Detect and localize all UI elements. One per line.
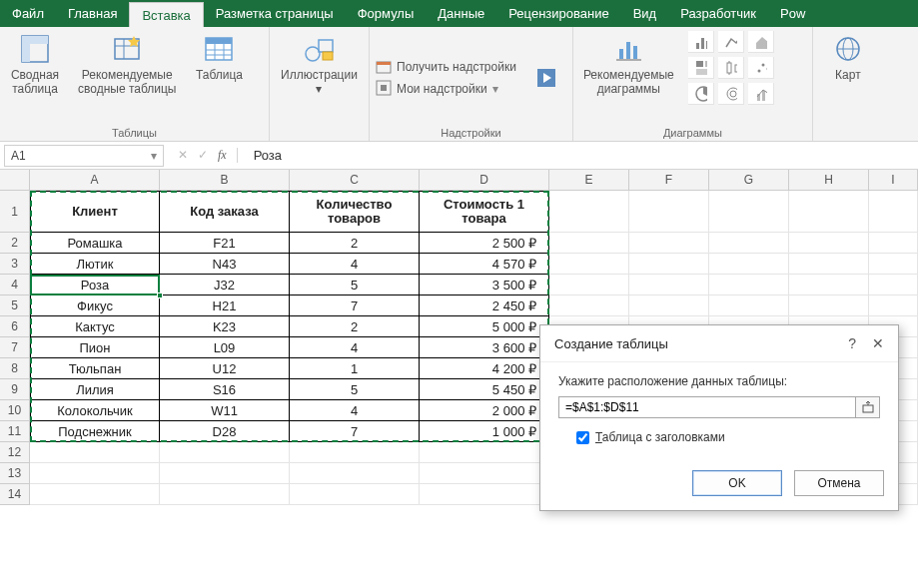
tab-insert[interactable]: Вставка (129, 2, 203, 27)
cell[interactable] (420, 484, 549, 505)
cell[interactable]: 5 (290, 275, 420, 295)
help-button[interactable]: ? (848, 335, 856, 351)
tab-developer[interactable]: Разработчик (668, 0, 768, 27)
recommended-pivot-button[interactable]: Рекомендуемые сводные таблицы (74, 31, 180, 99)
cell[interactable] (629, 233, 709, 254)
cell[interactable]: 7 (290, 295, 420, 316)
cell[interactable] (629, 275, 709, 295)
col-header-c[interactable]: C (290, 170, 420, 190)
tab-data[interactable]: Данные (426, 0, 496, 27)
cell[interactable]: 2 450 ₽ (420, 295, 549, 316)
tab-view[interactable]: Вид (621, 0, 669, 27)
cell[interactable]: S16 (160, 379, 290, 400)
chart-line-button[interactable] (718, 31, 744, 53)
cell[interactable]: Стоимость 1товара (420, 191, 549, 233)
bing-maps-button[interactable] (526, 60, 566, 96)
cell[interactable] (789, 254, 869, 275)
cell[interactable]: Ромашка (30, 233, 160, 254)
cell[interactable] (789, 233, 869, 254)
row-header[interactable]: 10 (0, 400, 30, 421)
cell[interactable] (549, 275, 629, 295)
cancel-formula-button[interactable]: ✕ (178, 148, 188, 163)
ok-button[interactable]: OK (692, 470, 782, 496)
row-header[interactable]: 12 (0, 442, 30, 463)
row-header[interactable]: 9 (0, 379, 30, 400)
headers-checkbox[interactable] (576, 431, 589, 444)
cell[interactable]: 5 450 ₽ (420, 379, 549, 400)
formula-input[interactable]: Роза (246, 148, 918, 163)
tab-power[interactable]: Pow (768, 0, 817, 27)
cell[interactable]: 2 (290, 233, 420, 254)
row-header[interactable]: 5 (0, 295, 30, 316)
cell[interactable]: Клиент (30, 191, 160, 233)
cell[interactable]: H21 (160, 295, 290, 316)
col-header-e[interactable]: E (549, 170, 629, 190)
chart-pie-button[interactable] (688, 83, 714, 105)
cell[interactable] (869, 254, 918, 275)
cell[interactable] (789, 275, 869, 295)
cell[interactable] (290, 484, 420, 505)
cell[interactable]: 5 000 ₽ (420, 316, 549, 337)
cell[interactable]: K23 (160, 316, 290, 337)
chart-stat-button[interactable] (718, 57, 744, 79)
row-header[interactable]: 13 (0, 463, 30, 484)
cell[interactable] (709, 275, 789, 295)
range-select-button[interactable] (856, 396, 880, 418)
pivot-table-button[interactable]: Сводная таблица (6, 31, 64, 99)
tab-formulas[interactable]: Формулы (346, 0, 427, 27)
cell[interactable] (629, 254, 709, 275)
col-header-d[interactable]: D (420, 170, 549, 190)
maps-button[interactable]: Карт (819, 31, 877, 85)
row-header[interactable]: 8 (0, 358, 30, 379)
cell[interactable] (629, 295, 709, 316)
cell[interactable] (160, 484, 290, 505)
cell[interactable]: W11 (160, 400, 290, 421)
row-header[interactable]: 6 (0, 316, 30, 337)
cell[interactable]: F21 (160, 233, 290, 254)
cell[interactable] (160, 463, 290, 484)
cell[interactable]: 2 500 ₽ (420, 233, 549, 254)
chart-bar-button[interactable] (688, 31, 714, 53)
cell[interactable]: 4 200 ₽ (420, 358, 549, 379)
name-box[interactable]: A1 ▾ (4, 145, 164, 167)
cell[interactable] (290, 463, 420, 484)
chart-scatter-button[interactable] (748, 57, 774, 79)
cell[interactable]: Роза (30, 275, 160, 295)
cell[interactable] (549, 295, 629, 316)
cell[interactable]: 3 500 ₽ (420, 275, 549, 295)
cell[interactable] (290, 442, 420, 463)
cell[interactable]: Код заказа (160, 191, 290, 233)
tab-review[interactable]: Рецензирование (496, 0, 620, 27)
recommended-charts-button[interactable]: Рекомендуемые диаграммы (579, 31, 678, 99)
cell[interactable]: 5 (290, 379, 420, 400)
col-header-b[interactable]: B (160, 170, 290, 190)
cell[interactable]: 2 000 ₽ (420, 400, 549, 421)
cell[interactable] (30, 442, 160, 463)
cell[interactable]: Лютик (30, 254, 160, 275)
row-header[interactable]: 7 (0, 337, 30, 358)
cell[interactable]: Фикус (30, 295, 160, 316)
cell[interactable] (869, 191, 918, 233)
cell[interactable]: 1 000 ₽ (420, 421, 549, 442)
cell[interactable] (30, 484, 160, 505)
cell[interactable] (709, 254, 789, 275)
row-header[interactable]: 1 (0, 191, 30, 233)
tab-home[interactable]: Главная (56, 0, 129, 27)
tab-pagelayout[interactable]: Разметка страницы (204, 0, 346, 27)
cell[interactable] (549, 233, 629, 254)
row-header[interactable]: 11 (0, 421, 30, 442)
cell[interactable] (789, 295, 869, 316)
col-header-g[interactable]: G (709, 170, 789, 190)
cell[interactable] (789, 191, 869, 233)
row-header[interactable]: 2 (0, 233, 30, 254)
cell[interactable] (549, 191, 629, 233)
cell[interactable]: Подснежник (30, 421, 160, 442)
cell[interactable]: Колокольчик (30, 400, 160, 421)
my-addins-button[interactable]: Мои надстройки ▾ (376, 80, 516, 99)
get-addins-button[interactable]: Получить надстройки (376, 58, 516, 77)
cancel-button[interactable]: Отмена (794, 470, 884, 496)
cell[interactable]: 4 570 ₽ (420, 254, 549, 275)
cell[interactable]: D28 (160, 421, 290, 442)
cell[interactable]: Тюльпан (30, 358, 160, 379)
row-header[interactable]: 4 (0, 275, 30, 295)
